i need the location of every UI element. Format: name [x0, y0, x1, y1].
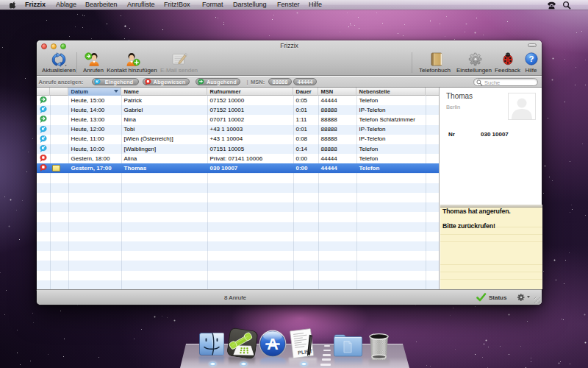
svg-text:?: ?: [528, 54, 534, 63]
